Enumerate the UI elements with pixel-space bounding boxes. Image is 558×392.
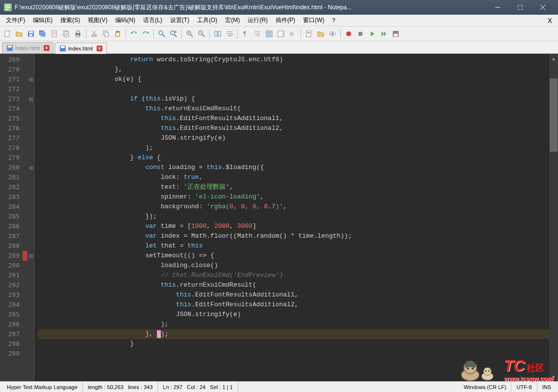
copy-icon[interactable] (101, 28, 111, 39)
tab-index-2[interactable]: index.html ✕ (55, 43, 107, 54)
stop-macro-icon[interactable] (355, 28, 366, 39)
paste-icon[interactable] (112, 28, 123, 39)
folder-doc-icon[interactable] (304, 28, 314, 39)
bookmark-column[interactable] (23, 54, 27, 381)
menu-item[interactable]: 运行(R) (244, 15, 272, 26)
menu-item[interactable]: 设置(T) (166, 15, 193, 26)
doc-map-icon[interactable] (276, 28, 286, 39)
svg-rect-63 (281, 31, 283, 36)
svg-rect-14 (41, 32, 46, 37)
find-icon[interactable] (156, 28, 167, 39)
record-macro-icon[interactable] (343, 28, 354, 39)
vertical-scrollbar[interactable]: ▲ ▼ (549, 54, 558, 381)
svg-rect-11 (29, 31, 33, 33)
fold-column[interactable]: ⊟⊟⊟⊟ (27, 54, 34, 381)
svg-marker-71 (371, 31, 375, 36)
svg-line-37 (162, 34, 165, 37)
svg-rect-77 (8, 46, 12, 48)
undo-icon[interactable] (128, 28, 139, 39)
scroll-down-icon[interactable]: ▼ (549, 372, 558, 381)
indent-guide-icon[interactable] (252, 28, 263, 39)
svg-line-47 (202, 34, 204, 37)
mdi-close-button[interactable]: X (544, 17, 556, 24)
svg-rect-49 (218, 31, 221, 36)
show-whitespace-icon[interactable]: ¶ (240, 28, 251, 39)
menu-item[interactable]: 搜索(S) (56, 15, 84, 26)
menu-item[interactable]: 编辑(E) (29, 15, 56, 26)
minimize-button[interactable] (486, 0, 509, 15)
svg-point-26 (95, 35, 97, 37)
svg-rect-1 (5, 5, 10, 6)
svg-line-39 (174, 34, 177, 37)
maximize-button[interactable] (509, 0, 532, 15)
word-wrap-icon[interactable] (224, 28, 235, 39)
line-number-gutter[interactable]: 2692702712722732742752762772782792802812… (0, 54, 23, 381)
redo-icon[interactable] (140, 28, 151, 39)
status-encoding[interactable]: UTF-8 (511, 382, 537, 392)
svg-point-40 (175, 31, 177, 33)
code-area[interactable]: return words.toString(CryptoJS.enc.Utf8)… (34, 54, 549, 381)
svg-marker-52 (228, 35, 229, 37)
status-insert-mode[interactable]: INS (537, 382, 556, 392)
svg-point-36 (159, 31, 163, 35)
svg-rect-32 (116, 31, 119, 32)
window-title: F:\exui20200808破解版\exui20200808破解版(零延迟保存… (15, 3, 486, 12)
svg-text:¶: ¶ (243, 30, 246, 37)
print-icon[interactable] (73, 28, 83, 39)
doc-list-icon[interactable] (264, 28, 275, 39)
new-file-icon[interactable] (2, 28, 13, 39)
tab-close-icon[interactable]: ✕ (44, 45, 50, 51)
save-icon[interactable] (25, 28, 36, 39)
close-button[interactable] (532, 0, 554, 15)
menu-item[interactable]: 编码(N) (111, 15, 139, 26)
file-saved-icon (59, 45, 66, 52)
function-list-icon[interactable]: fx (287, 28, 298, 39)
menu-item[interactable]: 语言(L) (139, 15, 166, 26)
save-macro-icon[interactable] (390, 28, 401, 39)
svg-rect-24 (76, 35, 79, 37)
svg-line-44 (190, 34, 193, 37)
menu-item[interactable]: 文件(F) (2, 15, 29, 26)
svg-rect-30 (105, 32, 108, 37)
toolbar: ¶ fx (0, 26, 558, 41)
cut-icon[interactable] (89, 28, 100, 39)
close-all-icon[interactable] (61, 28, 72, 39)
tab-label: index.html (15, 45, 40, 51)
file-saved-icon (6, 45, 13, 51)
monitor-icon[interactable] (327, 28, 338, 39)
close-file-icon[interactable] (49, 28, 60, 39)
menu-item[interactable]: 宏(M) (221, 15, 244, 26)
tab-bar: index.html ✕ index.html ✕ (0, 41, 558, 54)
menu-item[interactable]: 工具(O) (193, 15, 221, 26)
status-length: length : 50,263 lines : 343 (83, 382, 158, 392)
svg-rect-75 (394, 34, 398, 36)
menu-item[interactable]: 视图(V) (84, 15, 111, 26)
tab-label: index.html (68, 46, 93, 51)
app-icon (4, 3, 12, 11)
svg-rect-70 (358, 32, 362, 36)
window-controls (486, 0, 554, 15)
open-file-icon[interactable] (14, 28, 25, 39)
menu-item[interactable]: 插件(P) (272, 15, 299, 26)
folder-explorer-icon[interactable] (315, 28, 326, 39)
save-all-icon[interactable] (37, 28, 48, 39)
play-macro-icon[interactable] (367, 28, 378, 39)
svg-marker-73 (384, 31, 386, 36)
zoom-in-icon[interactable] (184, 28, 195, 39)
play-multi-icon[interactable] (379, 28, 389, 39)
status-eol[interactable]: Windows (CR LF) (459, 382, 512, 392)
status-bar: Hyper Text Markup Language length : 50,2… (0, 381, 558, 392)
svg-rect-48 (215, 31, 217, 36)
sync-scroll-icon[interactable] (212, 28, 223, 39)
tab-close-icon[interactable]: ✕ (97, 46, 102, 51)
editor: 2692702712722732742752762772782792802812… (0, 54, 558, 381)
zoom-out-icon[interactable] (196, 28, 207, 39)
tab-index-1[interactable]: index.html ✕ (2, 42, 54, 53)
scroll-thumb[interactable] (550, 78, 558, 152)
replace-icon[interactable] (168, 28, 179, 39)
svg-text:fx: fx (290, 31, 294, 37)
svg-point-69 (346, 31, 351, 36)
scroll-up-icon[interactable]: ▲ (549, 54, 558, 63)
menu-item[interactable]: 窗口(W) (299, 15, 328, 26)
menu-item[interactable]: ? (328, 16, 339, 25)
